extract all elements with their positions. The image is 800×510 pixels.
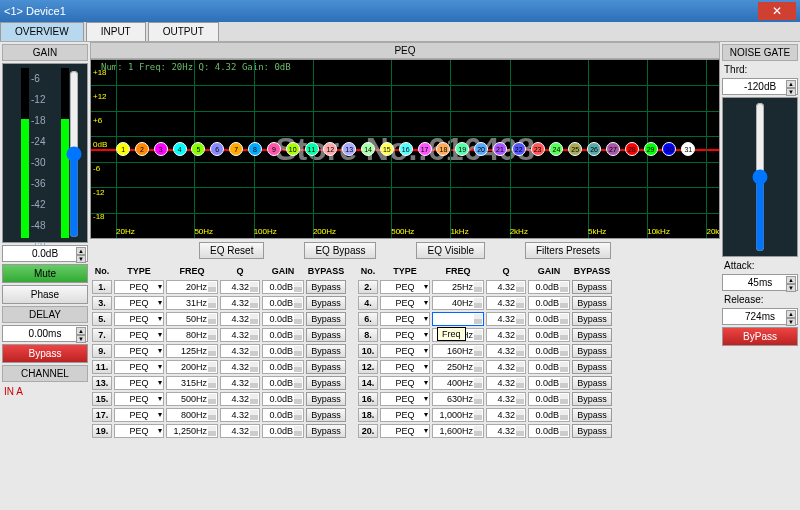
peq-node-21[interactable]: 21 — [493, 142, 507, 156]
type-select[interactable]: PEQ — [114, 344, 164, 358]
peq-node-29[interactable]: 29 — [644, 142, 658, 156]
bypass-button[interactable]: Bypass — [306, 328, 346, 342]
eq-reset-button[interactable]: EQ Reset — [199, 242, 264, 259]
freq-input[interactable]: 1,600Hz — [432, 424, 484, 438]
peq-node-1[interactable]: 1 — [116, 142, 130, 156]
bypass-button[interactable]: Bypass — [572, 296, 612, 310]
peq-node-26[interactable]: 26 — [587, 142, 601, 156]
release-value[interactable]: 724ms▲▼ — [722, 308, 798, 325]
thrd-value[interactable]: -120dB▲▼ — [722, 78, 798, 95]
peq-node-28[interactable]: 28 — [625, 142, 639, 156]
q-input[interactable]: 4.32 — [220, 296, 260, 310]
q-input[interactable]: 4.32 — [220, 360, 260, 374]
bypass-button[interactable]: Bypass — [572, 344, 612, 358]
gain-input[interactable]: 0.0dB — [262, 424, 304, 438]
freq-input[interactable]: 200Hz — [166, 360, 218, 374]
peq-node-16[interactable]: 16 — [399, 142, 413, 156]
peq-node-13[interactable]: 13 — [342, 142, 356, 156]
gain-input[interactable]: 0.0dB — [528, 408, 570, 422]
freq-input[interactable]: 400Hz — [432, 376, 484, 390]
peq-node-19[interactable]: 19 — [455, 142, 469, 156]
type-select[interactable]: PEQ — [380, 296, 430, 310]
bypass-button[interactable]: Bypass — [306, 280, 346, 294]
type-select[interactable]: PEQ — [380, 376, 430, 390]
freq-input[interactable]: 630Hz — [432, 392, 484, 406]
bypass-button[interactable]: Bypass — [306, 360, 346, 374]
type-select[interactable]: PEQ — [114, 376, 164, 390]
freq-input[interactable]: Freq — [432, 312, 484, 326]
q-input[interactable]: 4.32 — [486, 360, 526, 374]
q-input[interactable]: 4.32 — [486, 280, 526, 294]
bypass-button[interactable]: Bypass — [306, 424, 346, 438]
type-select[interactable]: PEQ — [114, 392, 164, 406]
q-input[interactable]: 4.32 — [220, 376, 260, 390]
peq-node-17[interactable]: 17 — [418, 142, 432, 156]
gain-input[interactable]: 0.0dB — [262, 360, 304, 374]
gain-input[interactable]: 0.0dB — [262, 376, 304, 390]
q-input[interactable]: 4.32 — [486, 344, 526, 358]
gain-input[interactable]: 0.0dB — [528, 328, 570, 342]
eq-visible-button[interactable]: EQ Visible — [416, 242, 485, 259]
bypass-button[interactable]: Bypass — [306, 392, 346, 406]
bypass-button[interactable]: Bypass — [572, 392, 612, 406]
freq-input[interactable]: 800Hz — [166, 408, 218, 422]
bypass-button[interactable]: Bypass — [572, 424, 612, 438]
eq-bypass-button[interactable]: EQ Bypass — [304, 242, 376, 259]
mute-button[interactable]: Mute — [2, 264, 88, 283]
peq-node-7[interactable]: 7 — [229, 142, 243, 156]
peq-node-12[interactable]: 12 — [323, 142, 337, 156]
q-input[interactable]: 4.32 — [486, 408, 526, 422]
bypass-button[interactable]: Bypass — [306, 408, 346, 422]
peq-graph[interactable]: Num: 1 Freq: 20Hz Q: 4.32 Gain: 0dB Stor… — [90, 59, 720, 239]
gain-input[interactable]: 0.0dB — [262, 312, 304, 326]
type-select[interactable]: PEQ — [114, 424, 164, 438]
bypass-button[interactable]: Bypass — [306, 312, 346, 326]
peq-node-25[interactable]: 25 — [568, 142, 582, 156]
peq-node-14[interactable]: 14 — [361, 142, 375, 156]
peq-node-31[interactable]: 31 — [681, 142, 695, 156]
q-input[interactable]: 4.32 — [220, 344, 260, 358]
bypass-button[interactable]: Bypass — [572, 360, 612, 374]
bypass-button[interactable]: Bypass — [306, 376, 346, 390]
type-select[interactable]: PEQ — [380, 392, 430, 406]
peq-node-20[interactable]: 20 — [474, 142, 488, 156]
delay-bypass-button[interactable]: Bypass — [2, 344, 88, 363]
type-select[interactable]: PEQ — [114, 312, 164, 326]
peq-node-23[interactable]: 23 — [531, 142, 545, 156]
bypass-button[interactable]: Bypass — [572, 280, 612, 294]
gain-input[interactable]: 0.0dB — [528, 376, 570, 390]
q-input[interactable]: 4.32 — [220, 312, 260, 326]
noisegate-bypass-button[interactable]: ByPass — [722, 327, 798, 346]
type-select[interactable]: PEQ — [114, 280, 164, 294]
freq-input[interactable]: 125Hz — [166, 344, 218, 358]
peq-node-11[interactable]: 11 — [305, 142, 319, 156]
attack-value[interactable]: 45ms▲▼ — [722, 274, 798, 291]
type-select[interactable]: PEQ — [380, 424, 430, 438]
q-input[interactable]: 4.32 — [486, 376, 526, 390]
gain-input[interactable]: 0.0dB — [262, 296, 304, 310]
q-input[interactable]: 4.32 — [220, 280, 260, 294]
gain-input[interactable]: 0.0dB — [262, 408, 304, 422]
gain-input[interactable]: 0.0dB — [262, 280, 304, 294]
type-select[interactable]: PEQ — [380, 360, 430, 374]
peq-node-15[interactable]: 15 — [380, 142, 394, 156]
type-select[interactable]: PEQ — [380, 312, 430, 326]
type-select[interactable]: PEQ — [114, 408, 164, 422]
peq-node-24[interactable]: 24 — [549, 142, 563, 156]
gain-input[interactable]: 0.0dB — [528, 360, 570, 374]
phase-button[interactable]: Phase — [2, 285, 88, 304]
freq-input[interactable]: 1,250Hz — [166, 424, 218, 438]
q-input[interactable]: 4.32 — [220, 392, 260, 406]
q-input[interactable]: 4.32 — [486, 296, 526, 310]
threshold-slider[interactable] — [753, 102, 767, 252]
gain-slider[interactable] — [67, 70, 81, 238]
peq-node-5[interactable]: 5 — [191, 142, 205, 156]
gain-value[interactable]: 0.0dB▲▼ — [2, 245, 88, 262]
gain-input[interactable]: 0.0dB — [528, 296, 570, 310]
q-input[interactable]: 4.32 — [220, 424, 260, 438]
type-select[interactable]: PEQ — [380, 280, 430, 294]
type-select[interactable]: PEQ — [380, 328, 430, 342]
freq-input[interactable]: 31Hz — [166, 296, 218, 310]
peq-node-10[interactable]: 10 — [286, 142, 300, 156]
q-input[interactable]: 4.32 — [220, 408, 260, 422]
